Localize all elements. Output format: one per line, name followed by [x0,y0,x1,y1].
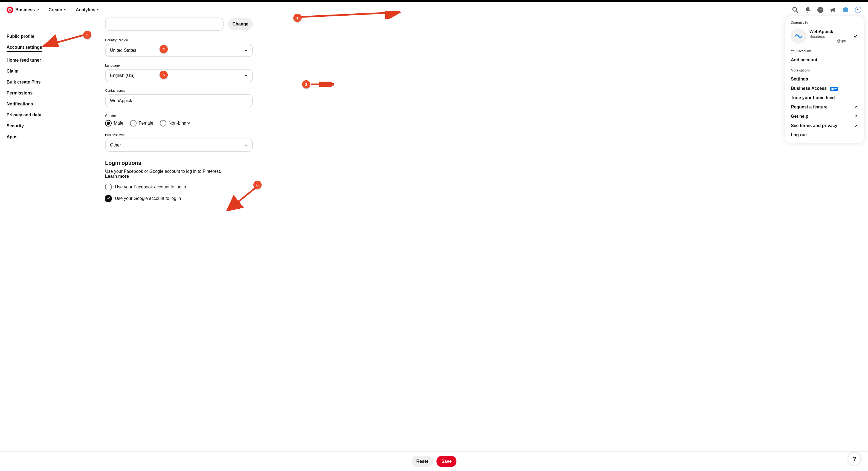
chevron-down-icon [64,8,66,11]
gender-female-label: Female [139,121,153,126]
business-type-select[interactable]: Other [105,139,253,152]
gender-radio-male[interactable]: Male [105,120,123,126]
window-top-bar [0,0,868,2]
login-options-desc: Use your Facebook or Google account to l… [105,169,221,174]
chevron-down-icon [36,8,39,11]
chevron-down-icon [244,73,248,78]
search-icon[interactable] [792,6,799,13]
nav-business-label: Business [15,7,35,12]
facebook-login-label: Use your Facebook account to log in [115,184,186,189]
profile-icon[interactable] [842,6,849,13]
sidebar-item-home-feed-tuner[interactable]: Home feed tuner [6,58,41,63]
account-email: @gm… [809,39,850,43]
contact-name-label: Contact name [105,89,253,93]
sidebar-item-bulk-create-pins[interactable]: Bulk create Pins [6,80,41,85]
new-badge: New [830,87,838,91]
sidebar-item-notifications[interactable]: Notifications [6,101,33,107]
business-type-label: Business type [105,133,253,137]
change-button[interactable]: Change [228,18,253,30]
external-link-icon [854,124,858,127]
pinterest-logo[interactable] [6,6,13,13]
svg-point-3 [818,9,819,10]
dropdown-business-access[interactable]: Business Access New [787,84,862,93]
language-label: Language [105,63,253,67]
gender-male-label: Male [114,121,123,126]
dropdown-terms-label: See terms and privacy [791,123,837,128]
dropdown-business-access-label: Business Access [791,86,827,91]
account-type: Business [809,34,850,39]
gender-nonbinary-label: Non-binary [168,121,190,126]
login-learn-more[interactable]: Learn more [105,174,129,179]
settings-form: Change Country/Region United States Lang… [105,18,253,202]
login-options-heading: Login options [105,160,253,166]
gender-radios: Male Female Non-binary [105,120,253,126]
sidebar-item-permissions[interactable]: Permissions [6,91,33,95]
check-icon [106,197,110,201]
svg-point-5 [821,9,822,10]
sidebar-item-public-profile[interactable]: Public profile [6,34,34,39]
chevron-down-icon [857,8,860,11]
radio-icon [130,120,136,126]
language-value: English (US) [110,73,135,78]
radio-icon [105,120,112,126]
external-link-icon [854,115,858,118]
country-select[interactable]: United States [105,44,253,57]
facebook-login-checkbox[interactable] [105,184,112,190]
dropdown-get-help[interactable]: Get help [787,112,862,121]
gender-radio-nonbinary[interactable]: Non-binary [160,120,190,126]
megaphone-icon[interactable] [830,6,836,13]
svg-line-1 [796,11,798,12]
sidebar-item-security[interactable]: Security [6,123,24,128]
chevron-down-icon [244,143,248,147]
dropdown-tune-feed[interactable]: Tune your home feed [787,93,862,102]
radio-icon [160,120,166,126]
gender-label: Gender [105,114,253,118]
contact-name-input[interactable]: WebAppick [105,94,253,107]
svg-point-4 [820,9,821,10]
nav-create-label: Create [49,7,62,12]
dropdown-logout[interactable]: Log out [787,130,862,140]
dropdown-terms[interactable]: See terms and privacy [787,121,862,130]
header: Business Create Analytics [0,2,868,18]
language-select[interactable]: English (US) [105,69,253,82]
chat-icon[interactable] [817,6,824,13]
sidebar-item-claim[interactable]: Claim [6,69,19,73]
dropdown-settings-label: Settings [791,77,808,82]
add-account-item[interactable]: Add account [787,55,862,65]
google-login-checkbox[interactable] [105,195,112,202]
country-label: Country/Region [105,38,253,42]
chevron-down-icon [244,49,248,52]
dropdown-tune-label: Tune your home feed [791,95,835,100]
current-account-row[interactable]: WebAppick Business @gm… [787,27,862,46]
account-dropdown: Currently in WebAppick Business @gm… You… [785,17,864,143]
dropdown-more-options: More options [787,68,862,75]
sidebar-item-privacy-and-data[interactable]: Privacy and data [6,113,41,117]
bell-icon[interactable] [805,6,811,13]
country-value: United States [110,48,136,53]
sidebar-item-account-settings[interactable]: Account settings [6,45,42,52]
account-name: WebAppick [809,29,850,34]
svg-point-0 [793,7,797,11]
account-menu-button[interactable] [855,6,862,13]
dropdown-your-accounts: Your accounts [787,49,862,55]
dropdown-currently-in: Currently in [787,21,862,27]
business-type-value: Other [110,143,121,148]
check-icon [853,34,858,39]
dropdown-request-feature[interactable]: Request a feature [787,102,862,112]
settings-sidebar: Public profile Account settings Home fee… [6,18,89,202]
dropdown-settings[interactable]: Settings [787,75,862,84]
gender-radio-female[interactable]: Female [130,120,153,126]
nav-analytics-label: Analytics [76,7,95,12]
nav-create[interactable]: Create [49,7,66,12]
google-login-label: Use your Google account to log in [115,196,181,201]
external-link-icon [854,105,858,109]
dropdown-logout-label: Log out [791,133,807,138]
dropdown-help-label: Get help [791,114,808,119]
sidebar-item-apps[interactable]: Apps [6,135,18,139]
email-input[interactable] [105,18,223,31]
nav-business[interactable]: Business [15,7,39,12]
dropdown-request-label: Request a feature [791,105,828,110]
nav-analytics[interactable]: Analytics [76,7,100,12]
chevron-down-icon [97,8,100,11]
content: Public profile Account settings Home fee… [0,18,868,229]
